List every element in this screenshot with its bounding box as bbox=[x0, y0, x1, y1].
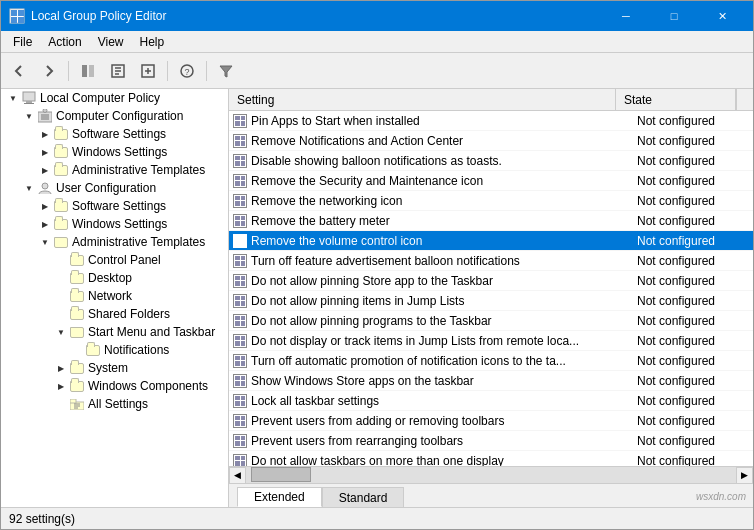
uc-label: User Configuration bbox=[56, 181, 156, 195]
row-state-text: Not configured bbox=[633, 354, 753, 368]
tree-user-config[interactable]: ▼ User Configuration bbox=[1, 179, 228, 197]
h-scroll-track[interactable] bbox=[246, 467, 736, 483]
cc-expand-icon: ▼ bbox=[21, 108, 37, 124]
folder-icon-at-uc bbox=[53, 234, 69, 250]
list-row[interactable]: Lock all taskbar settingsNot configured bbox=[229, 391, 753, 411]
tree-computer-config[interactable]: ▼ Computer Configuration bbox=[1, 107, 228, 125]
folder-icon-ws-cc bbox=[53, 144, 69, 160]
tab-standard[interactable]: Standard bbox=[322, 487, 405, 507]
row-setting-text: Remove Notifications and Action Center bbox=[251, 134, 463, 148]
menu-file[interactable]: File bbox=[5, 31, 40, 52]
menu-action[interactable]: Action bbox=[40, 31, 89, 52]
tree-software-settings-uc[interactable]: ▶ Software Settings bbox=[1, 197, 228, 215]
list-row[interactable]: Turn off feature advertisement balloon n… bbox=[229, 251, 753, 271]
policy-row-icon bbox=[233, 334, 247, 348]
computer-icon bbox=[21, 90, 37, 106]
tree-root[interactable]: ▼ Local Computer Policy bbox=[1, 89, 228, 107]
list-row[interactable]: Prevent users from adding or removing to… bbox=[229, 411, 753, 431]
menu-bar: File Action View Help bbox=[1, 31, 753, 53]
tree-all-settings[interactable]: All Settings bbox=[1, 395, 228, 413]
list-row[interactable]: Disable showing balloon notifications as… bbox=[229, 151, 753, 171]
row-state-text: Not configured bbox=[633, 454, 753, 467]
policy-row-icon bbox=[233, 454, 247, 467]
menu-help[interactable]: Help bbox=[132, 31, 173, 52]
tree-admin-templates-uc[interactable]: ▼ Administrative Templates bbox=[1, 233, 228, 251]
net-expand bbox=[53, 288, 69, 304]
tree-desktop[interactable]: Desktop bbox=[1, 269, 228, 287]
close-button[interactable]: ✕ bbox=[699, 1, 745, 31]
menu-view[interactable]: View bbox=[90, 31, 132, 52]
tree-system[interactable]: ▶ System bbox=[1, 359, 228, 377]
folder-icon-sf bbox=[69, 306, 85, 322]
properties-button[interactable] bbox=[104, 57, 132, 85]
folder-icon-ss-uc bbox=[53, 198, 69, 214]
list-row[interactable]: Remove the Security and Maintenance icon… bbox=[229, 171, 753, 191]
list-row[interactable]: Remove Notifications and Action CenterNo… bbox=[229, 131, 753, 151]
tree-admin-templates-cc[interactable]: ▶ Administrative Templates bbox=[1, 161, 228, 179]
h-scroll-left[interactable]: ◀ bbox=[229, 467, 246, 484]
folder-icon-at-cc bbox=[53, 162, 69, 178]
policy-row-icon bbox=[233, 134, 247, 148]
col-header-state[interactable]: State bbox=[616, 89, 736, 110]
show-hide-button[interactable] bbox=[74, 57, 102, 85]
cc-icon bbox=[37, 108, 53, 124]
folder-icon-cp bbox=[69, 252, 85, 268]
h-scroll-thumb[interactable] bbox=[251, 467, 311, 482]
tree-control-panel[interactable]: Control Panel bbox=[1, 251, 228, 269]
folder-icon-sys bbox=[69, 360, 85, 376]
list-row[interactable]: Do not allow pinning Store app to the Ta… bbox=[229, 271, 753, 291]
tree-shared-folders[interactable]: Shared Folders bbox=[1, 305, 228, 323]
maximize-button[interactable]: □ bbox=[651, 1, 697, 31]
svg-rect-21 bbox=[41, 114, 49, 120]
toolbar-separator-2 bbox=[167, 61, 168, 81]
window-controls: ─ □ ✕ bbox=[603, 1, 745, 31]
help-button[interactable]: ? bbox=[173, 57, 201, 85]
svg-rect-16 bbox=[23, 92, 35, 101]
row-state-text: Not configured bbox=[633, 394, 753, 408]
folder-icon-notif bbox=[85, 342, 101, 358]
svg-rect-18 bbox=[24, 103, 34, 104]
list-row[interactable]: Prevent users from rearranging toolbarsN… bbox=[229, 431, 753, 451]
folder-icon-ws-uc bbox=[53, 216, 69, 232]
tree-software-settings-cc[interactable]: ▶ Software Settings bbox=[1, 125, 228, 143]
sf-expand bbox=[53, 306, 69, 322]
list-row[interactable]: Pin Apps to Start when installedNot conf… bbox=[229, 111, 753, 131]
svg-rect-4 bbox=[18, 17, 24, 23]
list-body[interactable]: Pin Apps to Start when installedNot conf… bbox=[229, 111, 753, 466]
col-header-setting[interactable]: Setting bbox=[229, 89, 616, 110]
list-row[interactable]: Do not allow pinning items in Jump Lists… bbox=[229, 291, 753, 311]
tree-start-menu[interactable]: ▼ Start Menu and Taskbar bbox=[1, 323, 228, 341]
back-button[interactable] bbox=[5, 57, 33, 85]
tree-network[interactable]: Network bbox=[1, 287, 228, 305]
at-uc-label: Administrative Templates bbox=[72, 235, 205, 249]
uc-expand-icon: ▼ bbox=[21, 180, 37, 196]
list-row[interactable]: Show Windows Store apps on the taskbarNo… bbox=[229, 371, 753, 391]
wc-expand: ▶ bbox=[53, 378, 69, 394]
list-row[interactable]: Remove the volume control iconNot config… bbox=[229, 231, 753, 251]
tree-windows-settings-cc[interactable]: ▶ Windows Settings bbox=[1, 143, 228, 161]
forward-button[interactable] bbox=[35, 57, 63, 85]
list-row[interactable]: Do not allow taskbars on more than one d… bbox=[229, 451, 753, 466]
list-row[interactable]: Remove the networking iconNot configured bbox=[229, 191, 753, 211]
h-scroll-right[interactable]: ▶ bbox=[736, 467, 753, 484]
tree-windows-settings-uc[interactable]: ▶ Windows Settings bbox=[1, 215, 228, 233]
list-row[interactable]: Turn off automatic promotion of notifica… bbox=[229, 351, 753, 371]
dt-label: Desktop bbox=[88, 271, 132, 285]
tree-windows-components[interactable]: ▶ Windows Components bbox=[1, 377, 228, 395]
list-row[interactable]: Do not display or track items in Jump Li… bbox=[229, 331, 753, 351]
new-button[interactable] bbox=[134, 57, 162, 85]
tab-extended[interactable]: Extended bbox=[237, 487, 322, 507]
net-label: Network bbox=[88, 289, 132, 303]
policy-row-icon bbox=[233, 274, 247, 288]
right-panel: Setting State Pin Apps to Start when ins… bbox=[229, 89, 753, 507]
row-state-text: Not configured bbox=[633, 374, 753, 388]
tree-notifications[interactable]: Notifications bbox=[1, 341, 228, 359]
filter-button[interactable] bbox=[212, 57, 240, 85]
minimize-button[interactable]: ─ bbox=[603, 1, 649, 31]
folder-icon-ss-cc bbox=[53, 126, 69, 142]
list-row[interactable]: Remove the battery meterNot configured bbox=[229, 211, 753, 231]
cc-label: Computer Configuration bbox=[56, 109, 183, 123]
root-expand-icon: ▼ bbox=[5, 90, 21, 106]
list-row[interactable]: Do not allow pinning programs to the Tas… bbox=[229, 311, 753, 331]
at-uc-expand: ▼ bbox=[37, 234, 53, 250]
